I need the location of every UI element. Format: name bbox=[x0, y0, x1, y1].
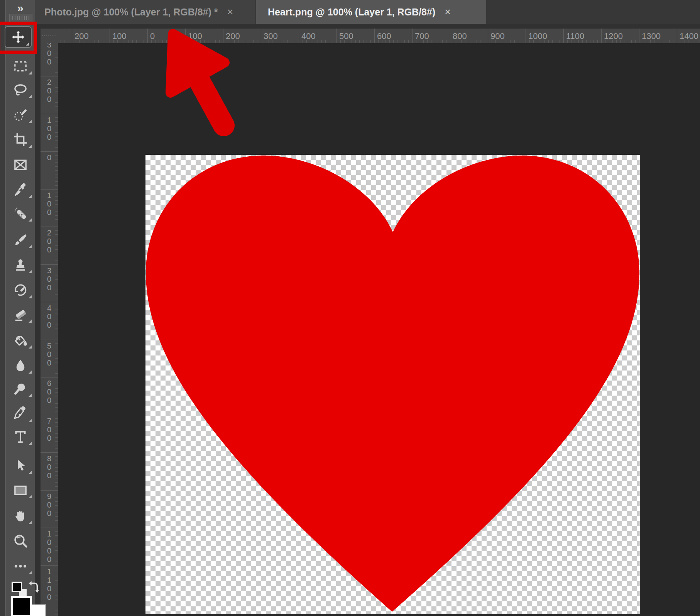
ruler-tick bbox=[55, 69, 58, 69]
close-icon[interactable]: × bbox=[227, 7, 233, 17]
tab-photo-jpg[interactable]: Photo.jpg @ 100% (Layer 1, RGB/8#) * × bbox=[35, 0, 255, 24]
ruler-tick bbox=[55, 607, 58, 607]
ruler-tick bbox=[257, 40, 257, 43]
flyout-indicator bbox=[29, 419, 32, 422]
ruler-tick bbox=[439, 40, 439, 43]
ruler-major-tick bbox=[41, 151, 58, 152]
ruler-major-tick bbox=[261, 29, 261, 43]
tool-rectangular-marquee[interactable] bbox=[6, 56, 35, 77]
eyedropper-icon bbox=[13, 182, 28, 198]
default-foreground-swatch[interactable] bbox=[12, 582, 22, 592]
clone-stamp-icon bbox=[13, 257, 28, 273]
close-icon[interactable]: × bbox=[445, 7, 451, 17]
ruler-tick bbox=[631, 40, 632, 43]
ruler-label: 1300 bbox=[642, 31, 661, 41]
ruler-tick bbox=[359, 40, 360, 43]
flyout-indicator bbox=[29, 270, 32, 273]
tool-move[interactable] bbox=[5, 26, 32, 48]
ruler-tick bbox=[556, 40, 556, 43]
tool-clone-stamp[interactable] bbox=[6, 254, 35, 276]
swap-colors-icon[interactable] bbox=[27, 580, 40, 595]
ruler-label: 1400 bbox=[680, 31, 698, 41]
ruler-tick bbox=[132, 40, 133, 43]
move-icon bbox=[11, 30, 25, 44]
ruler-tick bbox=[431, 40, 431, 43]
toolbar-panel: » bbox=[5, 0, 35, 616]
ruler-major-tick bbox=[526, 29, 526, 43]
eraser-icon bbox=[13, 307, 28, 322]
ruler-label: 1200 bbox=[604, 31, 623, 41]
ruler-major-tick bbox=[677, 29, 677, 43]
tab-heart-png[interactable]: Heart.png @ 100% (Layer 1, RGB/8#) × bbox=[255, 0, 486, 24]
tool-paint-bucket[interactable] bbox=[6, 330, 35, 351]
ruler-tick bbox=[98, 40, 99, 43]
tool-dodge[interactable] bbox=[6, 378, 35, 399]
tool-type[interactable] bbox=[6, 426, 35, 448]
ruler-tick bbox=[55, 520, 58, 521]
ruler-tick bbox=[393, 40, 394, 43]
tool-quick-selection[interactable] bbox=[6, 104, 35, 126]
toolbar: » bbox=[0, 0, 35, 616]
tool-eraser[interactable] bbox=[6, 304, 35, 325]
tool-frame[interactable] bbox=[6, 154, 35, 176]
canvas-image[interactable] bbox=[145, 155, 640, 614]
ruler-tick bbox=[55, 332, 58, 332]
ruler-tick bbox=[55, 373, 58, 374]
flyout-indicator bbox=[29, 471, 32, 474]
ruler-major-tick bbox=[374, 29, 375, 43]
tool-healing-brush[interactable] bbox=[6, 203, 35, 224]
quick-selection-icon bbox=[13, 107, 28, 123]
type-icon bbox=[13, 429, 28, 445]
flyout-indicator bbox=[29, 320, 32, 323]
tool-hand[interactable] bbox=[6, 505, 35, 527]
tool-more[interactable] bbox=[6, 555, 35, 577]
ruler-tick bbox=[55, 482, 58, 483]
tool-blur[interactable] bbox=[6, 355, 35, 376]
tool-crop[interactable] bbox=[6, 129, 35, 151]
tool-pen[interactable] bbox=[6, 403, 35, 425]
ruler-label: 100 bbox=[112, 31, 127, 41]
ruler-major-tick bbox=[41, 415, 58, 415]
ruler-tick bbox=[318, 40, 318, 43]
ruler-major-tick bbox=[41, 114, 58, 114]
ruler-label: 8 0 0 bbox=[41, 454, 58, 480]
tool-brush[interactable] bbox=[6, 229, 35, 251]
ruler-tick bbox=[250, 40, 250, 43]
ruler-major-tick bbox=[41, 76, 58, 76]
toolbar-grip-handle[interactable] bbox=[9, 14, 32, 22]
ruler-tick bbox=[208, 40, 208, 43]
ruler-tick bbox=[442, 40, 443, 43]
ruler-tick bbox=[397, 40, 397, 43]
tool-rectangle[interactable] bbox=[6, 479, 35, 501]
ruler-tick bbox=[280, 40, 280, 43]
tool-eyedropper[interactable] bbox=[6, 179, 35, 201]
collapse-panel-button[interactable]: » bbox=[6, 2, 35, 15]
ruler-tick bbox=[55, 72, 58, 73]
ruler-tick bbox=[55, 170, 58, 171]
ruler-tick bbox=[548, 40, 549, 43]
history-brush-icon bbox=[13, 283, 28, 298]
ruler-tick bbox=[480, 40, 480, 43]
ruler-tick bbox=[140, 40, 140, 43]
ruler-tick bbox=[55, 445, 58, 445]
ruler-major-tick bbox=[72, 29, 72, 43]
tool-zoom[interactable] bbox=[6, 530, 35, 552]
ruler-major-tick bbox=[41, 565, 58, 566]
ruler-tick bbox=[408, 40, 409, 43]
lasso-icon bbox=[13, 82, 28, 98]
ruler-label: 200 bbox=[74, 31, 89, 41]
frame-icon bbox=[13, 157, 28, 173]
flyout-indicator bbox=[29, 394, 32, 397]
tabbar-ruler-divider bbox=[35, 24, 700, 29]
flyout-indicator bbox=[29, 245, 32, 248]
tool-history-brush[interactable] bbox=[6, 279, 35, 301]
tool-lasso[interactable] bbox=[6, 79, 35, 101]
ruler-tick bbox=[401, 40, 401, 43]
background-color-swatch[interactable] bbox=[30, 604, 46, 616]
ruler-major-tick bbox=[639, 29, 639, 43]
toolbar-canvas-divider bbox=[35, 29, 41, 616]
ruler-tick bbox=[215, 40, 216, 43]
foreground-color-swatch[interactable] bbox=[11, 596, 32, 616]
tool-direct-selection[interactable] bbox=[6, 455, 35, 477]
heart-graphic bbox=[145, 155, 640, 614]
